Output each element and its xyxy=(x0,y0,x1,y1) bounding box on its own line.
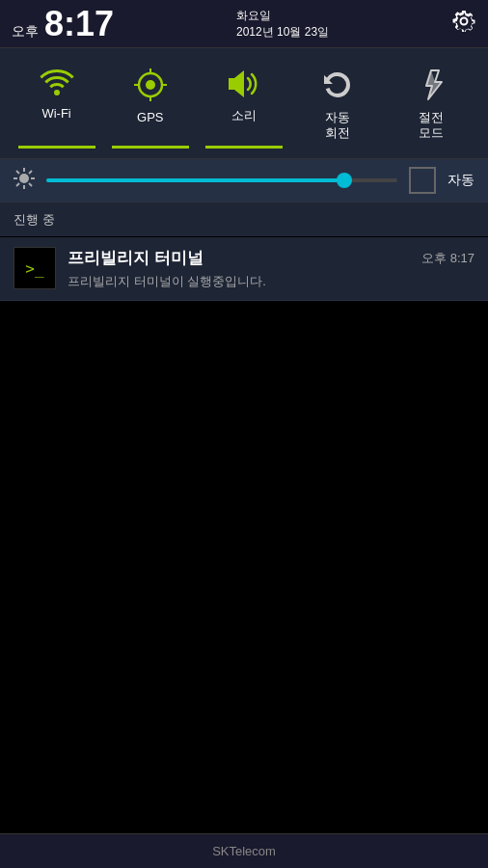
progress-section: 진행 중 xyxy=(0,202,488,236)
brightness-icon xyxy=(14,168,35,194)
brightness-slider-thumb xyxy=(337,173,352,188)
notification-app-icon: >_ xyxy=(14,247,56,289)
gps-icon xyxy=(134,68,167,106)
brightness-slider-fill xyxy=(46,178,344,182)
brightness-slider-track[interactable] xyxy=(46,178,397,182)
notification-title: 프리빌리지 터미널 xyxy=(68,247,203,269)
brightness-control[interactable]: 자동 xyxy=(0,158,488,202)
sound-label: 소리 xyxy=(231,108,257,123)
day-of-week: 화요일 xyxy=(236,8,271,24)
notification-item[interactable]: >_ 프리빌리지 터미널 오후 8:17 프리빌리지 터미널이 실행중입니다. xyxy=(0,237,488,301)
wifi-svg xyxy=(40,68,74,97)
rotation-icon xyxy=(321,68,354,106)
powersave-label: 절전 모드 xyxy=(419,110,444,140)
terminal-icon: >_ xyxy=(25,259,43,278)
sound-toggle[interactable]: 소리 xyxy=(205,63,283,149)
quick-settings-panel: Wi-Fi GPS xyxy=(0,48,488,158)
date-display: 화요일 2012년 10월 23일 xyxy=(236,8,329,41)
svg-line-12 xyxy=(29,183,32,186)
gps-label: GPS xyxy=(137,110,163,125)
clock: 8:17 xyxy=(44,7,114,41)
settings-icon[interactable] xyxy=(451,9,476,40)
powersave-icon xyxy=(415,68,447,106)
brightness-auto-checkbox[interactable] xyxy=(409,167,436,194)
notification-content: 프리빌리지 터미널 오후 8:17 프리빌리지 터미널이 실행중입니다. xyxy=(68,247,474,290)
gear-svg xyxy=(451,9,476,34)
bottom-bar: SKTelecom xyxy=(0,833,488,868)
rotation-label: 자동 회전 xyxy=(325,110,350,140)
time-display: 오후 8:17 xyxy=(12,7,114,41)
wifi-icon xyxy=(40,68,74,102)
rotation-svg xyxy=(321,68,354,101)
svg-point-6 xyxy=(19,174,29,183)
ampm: 오후 xyxy=(12,23,39,41)
svg-line-11 xyxy=(16,171,19,174)
rotation-toggle[interactable]: 자동 회전 xyxy=(299,63,376,149)
sound-icon xyxy=(227,68,261,104)
sun-svg xyxy=(14,168,35,189)
powersave-toggle[interactable]: 절전 모드 xyxy=(393,63,470,149)
status-bar: 오후 8:17 화요일 2012년 10월 23일 xyxy=(0,0,488,48)
progress-title: 진행 중 xyxy=(14,212,55,227)
wifi-label: Wi-Fi xyxy=(41,106,70,122)
gps-svg xyxy=(134,68,167,101)
notification-area: >_ 프리빌리지 터미널 오후 8:17 프리빌리지 터미널이 실행중입니다. xyxy=(0,237,488,301)
date: 2012년 10월 23일 xyxy=(236,24,329,41)
carrier-name: SKTelecom xyxy=(212,844,276,858)
svg-line-14 xyxy=(16,183,19,186)
gps-toggle[interactable]: GPS xyxy=(112,63,189,149)
svg-line-13 xyxy=(29,171,32,174)
toggle-row: Wi-Fi GPS xyxy=(0,58,488,158)
svg-point-1 xyxy=(146,80,155,90)
powersave-svg xyxy=(415,68,447,101)
wifi-toggle[interactable]: Wi-Fi xyxy=(18,63,95,149)
sound-svg xyxy=(227,68,261,99)
notification-header: 프리빌리지 터미널 오후 8:17 xyxy=(68,247,474,269)
notification-body: 프리빌리지 터미널이 실행중입니다. xyxy=(68,273,474,290)
notification-time: 오후 8:17 xyxy=(421,250,474,267)
brightness-auto-label: 자동 xyxy=(447,172,474,189)
